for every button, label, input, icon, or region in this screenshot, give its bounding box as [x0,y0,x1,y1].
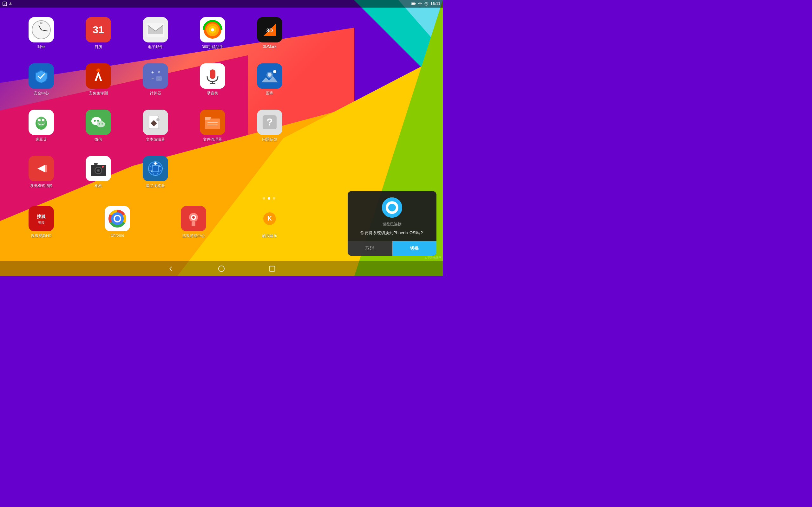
app-email[interactable]: 电子邮件 [133,17,177,58]
svg-rect-47 [205,118,220,129]
navigation-bar [0,261,443,276]
dialog-message: 你要将系统切换到Phoenix OS吗？ [348,230,437,241]
page-dot-1[interactable] [263,197,265,200]
dialog-confirm-button[interactable]: 切换 [392,241,437,256]
svg-point-12 [211,28,214,32]
app-calendar[interactable]: 31 日历 [76,17,120,58]
app-texteditor[interactable]: 文本编辑器 [133,110,177,151]
svg-point-40 [99,123,100,124]
svg-text:K: K [267,215,272,222]
app-antutu[interactable]: 安兔兔评测 [76,63,120,105]
svg-text:视频: 视频 [38,221,44,224]
svg-text:+: + [151,70,154,75]
app-feedback[interactable]: ? 问题反馈 [247,110,292,151]
svg-text:3D: 3D [266,28,273,33]
signal-icon [424,2,428,6]
app-filemanager[interactable]: 文件管理器 [190,110,235,151]
app-kugou[interactable]: K 酷我音乐 [247,206,292,239]
svg-point-89 [218,266,224,272]
svg-point-41 [101,123,103,124]
svg-rect-82 [192,222,195,226]
svg-text:−: − [151,76,154,81]
svg-text:×: × [158,70,160,75]
svg-rect-55 [45,165,47,172]
app-3dmark[interactable]: 3D 3DMark [247,17,292,58]
question-icon: ? [3,2,7,6]
svg-point-69 [159,165,160,167]
svg-point-68 [154,162,157,165]
app-sohu[interactable]: 搜狐 视频 搜狐视频HD [19,206,63,239]
dialog-buttons: 取消 切换 [348,241,437,256]
app-360[interactable]: 360手机助手 [190,17,235,58]
svg-rect-90 [270,266,275,272]
status-time: 16:11 [430,2,440,6]
svg-point-28 [268,73,271,77]
svg-point-33 [38,119,41,121]
app-wechat[interactable]: 微信 [76,110,120,151]
app-camera[interactable]: 相机 [76,156,120,197]
phoenix-os-dialog: 键盘已连接 你要将系统切换到Phoenix OS吗？ 取消 切换 [348,191,437,256]
recents-button[interactable] [266,262,278,275]
status-bar: ? A 16:11 [0,0,443,8]
app-stardust[interactable]: 星尘浏览器 [133,156,177,197]
svg-rect-3 [415,3,416,4]
app-security[interactable]: 安全中心 [19,63,63,105]
svg-point-34 [42,119,44,121]
home-button[interactable] [215,262,228,275]
a-icon: A [8,2,13,6]
svg-rect-16 [146,67,165,85]
svg-rect-63 [94,163,98,165]
app-switcher[interactable]: 系统模式切换 [19,156,63,197]
status-bar-right: 16:11 [411,2,440,6]
app-aigo[interactable]: 艺果游戏中心 [171,206,216,239]
app-calculator[interactable]: + × − = 计算器 [133,63,177,105]
svg-point-37 [94,120,96,122]
page-dot-2[interactable] [268,197,270,200]
svg-point-81 [192,216,195,219]
app-clock[interactable]: 12 时钟 [19,17,63,58]
battery-icon [411,2,416,6]
svg-rect-23 [210,69,215,79]
svg-text:?: ? [4,2,5,5]
svg-point-38 [97,120,99,122]
svg-point-39 [97,121,105,127]
app-wandoujia[interactable]: 豌豆荚 [19,110,63,151]
app-gallery[interactable]: 图库 [247,63,292,105]
svg-point-61 [97,170,99,171]
svg-text:搜狐: 搜狐 [37,214,46,219]
wifi-icon [418,2,422,6]
svg-point-29 [273,70,276,73]
dialog-title-small: 键盘已连接 [383,222,402,227]
svg-text:?: ? [266,116,273,128]
svg-point-70 [151,170,152,172]
dialog-header: 键盘已连接 [348,191,437,230]
back-button[interactable] [164,262,177,275]
app-recorder[interactable]: 录音机 [190,63,235,105]
svg-point-45 [156,118,159,121]
dialog-avatar [382,198,402,218]
dialog-cancel-button[interactable]: 取消 [348,241,392,256]
watermark: 太平洋电脑网 [424,256,442,260]
app-chrome[interactable]: Chrome [95,206,140,239]
svg-point-62 [102,166,104,168]
svg-rect-4 [412,3,415,4]
svg-point-32 [37,117,46,127]
svg-point-77 [115,216,120,221]
page-dot-3[interactable] [273,197,275,200]
svg-text:=: = [158,76,160,81]
status-bar-left: ? A [3,2,13,6]
svg-point-88 [388,204,396,211]
